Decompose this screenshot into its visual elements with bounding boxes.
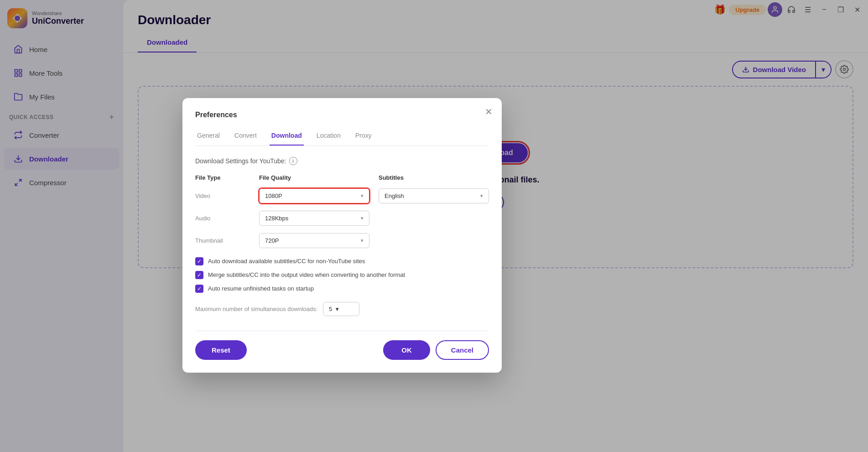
thumbnail-quality-select[interactable]: 720P ▾ <box>259 233 369 248</box>
chevron-down-icon: ▾ <box>361 238 364 244</box>
chevron-down-icon: ▾ <box>361 215 364 221</box>
checkbox-merge-subtitles: ✓ Merge subtitles/CC into the output vid… <box>195 271 489 279</box>
col-file-quality-header: File Quality <box>259 174 369 181</box>
check-icon: ✓ <box>197 258 202 265</box>
chevron-down-icon: ▾ <box>361 193 364 199</box>
settings-subtitle: Download Settings for YouTube: i <box>195 157 489 165</box>
modal-tabs: General Convert Download Location Proxy <box>195 128 489 146</box>
modal-tab-general[interactable]: General <box>195 128 222 145</box>
thumbnail-quality-value: 720P <box>265 237 279 244</box>
modal-footer: Reset OK Cancel <box>195 331 489 360</box>
checkbox-auto-resume-box[interactable]: ✓ <box>195 285 203 293</box>
video-quality-select[interactable]: 1080P ▾ <box>259 188 369 203</box>
file-type-audio: Audio <box>195 215 250 222</box>
file-type-video: Video <box>195 192 250 199</box>
check-icon: ✓ <box>197 272 202 278</box>
file-type-thumbnail: Thumbnail <box>195 237 250 244</box>
video-quality-value: 1080P <box>265 192 282 199</box>
video-subtitle-select[interactable]: English ▾ <box>379 188 489 203</box>
ok-button[interactable]: OK <box>383 340 430 360</box>
checkbox-auto-subtitles: ✓ Auto download available subtitles/CC f… <box>195 257 489 265</box>
modal-title: Preferences <box>195 111 489 119</box>
max-downloads-select[interactable]: 5 ▾ <box>323 302 359 316</box>
audio-quality-value: 128Kbps <box>265 215 288 222</box>
modal-close-button[interactable]: ✕ <box>485 107 493 116</box>
footer-right: OK Cancel <box>383 340 489 360</box>
modal-tab-location[interactable]: Location <box>315 128 343 145</box>
modal-overlay: Preferences ✕ General Convert Download L… <box>0 0 868 452</box>
checkbox-group: ✓ Auto download available subtitles/CC f… <box>195 257 489 293</box>
chevron-down-icon: ▾ <box>480 193 483 199</box>
modal-tab-convert[interactable]: Convert <box>233 128 259 145</box>
preferences-modal: Preferences ✕ General Convert Download L… <box>182 98 502 373</box>
cancel-button[interactable]: Cancel <box>436 340 489 360</box>
col-subtitles-header: Subtitles <box>379 174 489 181</box>
checkbox-auto-subtitles-label: Auto download available subtitles/CC for… <box>208 258 365 265</box>
modal-tab-download[interactable]: Download <box>270 128 304 145</box>
chevron-down-icon: ▾ <box>336 306 339 312</box>
modal-tab-proxy[interactable]: Proxy <box>353 128 374 145</box>
max-downloads-value: 5 <box>329 306 332 312</box>
max-downloads-label: Maximum number of simultaneous downloads… <box>195 306 317 312</box>
checkbox-auto-resume-label: Auto resume unfinished tasks on startup <box>208 285 314 292</box>
audio-quality-select[interactable]: 128Kbps ▾ <box>259 211 369 226</box>
settings-grid: File Type File Quality Subtitles Video 1… <box>195 174 489 248</box>
checkbox-merge-subtitles-box[interactable]: ✓ <box>195 271 203 279</box>
max-downloads-row: Maximum number of simultaneous downloads… <box>195 302 489 316</box>
checkbox-auto-subtitles-box[interactable]: ✓ <box>195 257 203 265</box>
info-icon: i <box>289 157 297 165</box>
checkbox-auto-resume: ✓ Auto resume unfinished tasks on startu… <box>195 285 489 293</box>
video-subtitle-value: English <box>385 192 404 199</box>
reset-button[interactable]: Reset <box>195 340 247 360</box>
col-file-type-header: File Type <box>195 174 250 181</box>
checkbox-merge-subtitles-label: Merge subtitles/CC into the output video… <box>208 271 405 278</box>
check-icon: ✓ <box>197 286 202 292</box>
